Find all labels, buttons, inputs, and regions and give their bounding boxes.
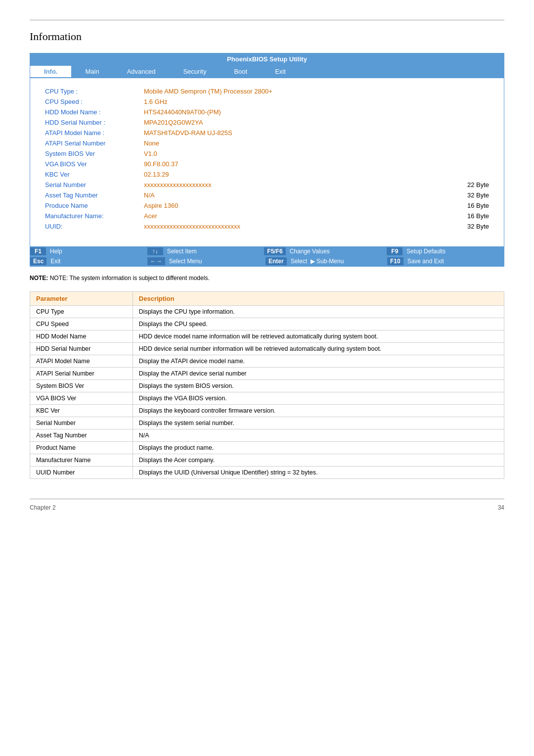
bios-info-row: Produce NameAspire 136016 Byte xyxy=(42,200,492,211)
bios-info-label: Asset Tag Number xyxy=(42,190,141,200)
bios-info-label: System BIOS Ver xyxy=(42,148,141,159)
param-table: Parameter Description CPU TypeDisplays t… xyxy=(30,291,504,479)
bios-nav-main[interactable]: Main xyxy=(71,66,113,77)
bios-info-row: HDD Serial Number :MPA201Q2G0W2YA xyxy=(42,117,492,128)
param-desc: Displays the Acer company. xyxy=(133,454,504,467)
bios-info-label: Manufacturer Name: xyxy=(42,211,141,221)
bios-info-value: None xyxy=(141,138,434,148)
param-name: HDD Model Name xyxy=(30,331,133,343)
select-submenu-desc: Select ▶ Sub-Menu xyxy=(289,257,387,265)
param-table-row: KBC VerDisplays the keyboard controller … xyxy=(30,405,504,417)
param-table-row: ATAPI Serial NumberDisplay the ATAPI dev… xyxy=(30,368,504,380)
param-desc: Displays the keyboard controller firmwar… xyxy=(133,405,504,417)
exit-desc: Exit xyxy=(48,257,147,265)
bios-info-row: System BIOS VerV1.0 xyxy=(42,148,492,159)
bios-info-size xyxy=(434,159,492,169)
bios-info-label: VGA BIOS Ver xyxy=(42,159,141,169)
bios-info-label: KBC Ver xyxy=(42,169,141,180)
param-desc: Displays the VGA BIOS version. xyxy=(133,392,504,405)
help-desc: Help xyxy=(48,247,147,255)
bios-info-value: xxxxxxxxxxxxxxxxxxxxxxxxxxxxxx xyxy=(141,221,434,232)
bios-info-value: MATSHITADVD-RAM UJ-825S xyxy=(141,128,434,138)
bios-info-label: Produce Name xyxy=(42,200,141,211)
page-title: Information xyxy=(30,30,504,43)
param-name: UUID Number xyxy=(30,467,133,479)
param-table-header-desc: Description xyxy=(133,292,504,306)
bios-info-label: ATAPI Model Name : xyxy=(42,128,141,138)
bios-info-row: ATAPI Serial NumberNone xyxy=(42,138,492,148)
bios-info-size: 16 Byte xyxy=(434,211,492,221)
bios-info-value: 02.13.29 xyxy=(141,169,434,180)
param-table-header-param: Parameter xyxy=(30,292,133,306)
bios-info-label: ATAPI Serial Number xyxy=(42,138,141,148)
bios-info-size xyxy=(434,128,492,138)
bios-info-size xyxy=(434,169,492,180)
bios-info-size xyxy=(434,148,492,159)
bios-nav-advanced[interactable]: Advanced xyxy=(113,66,170,77)
key-f5f6: F5/F6 xyxy=(264,247,285,255)
bios-info-value: Mobile AMD Sempron (TM) Processor 2800+ xyxy=(141,86,434,96)
page-number: 34 xyxy=(498,504,504,511)
bios-info-row: Serial Numberxxxxxxxxxxxxxxxxxxxxx22 Byt… xyxy=(42,180,492,190)
status-line-1: F1 Help ↑↓ Select Item F5/F6 Change Valu… xyxy=(30,246,504,256)
key-enter: Enter xyxy=(266,257,287,265)
param-table-row: Manufacturer NameDisplays the Acer compa… xyxy=(30,454,504,467)
bios-info-label: HDD Serial Number : xyxy=(42,117,141,128)
change-values-desc: Change Values xyxy=(288,247,387,255)
bios-status-bar: F1 Help ↑↓ Select Item F5/F6 Change Valu… xyxy=(30,246,504,266)
bios-nav-exit[interactable]: Exit xyxy=(261,66,300,77)
param-desc: Displays the system BIOS version. xyxy=(133,380,504,392)
bios-info-value: N/A xyxy=(141,190,434,200)
status-line-2: Esc Exit ←→ Select Menu Enter Select ▶ S… xyxy=(30,256,504,266)
param-table-row: HDD Serial NumberHDD device serial numbe… xyxy=(30,343,504,355)
param-name: ATAPI Serial Number xyxy=(30,368,133,380)
bios-nav-boot[interactable]: Boot xyxy=(220,66,261,77)
bios-nav-info[interactable]: Info. xyxy=(30,66,71,77)
param-desc: Display the ATAPI device model name. xyxy=(133,355,504,368)
bios-info-size xyxy=(434,138,492,148)
bios-info-size xyxy=(434,117,492,128)
bios-info-value: MPA201Q2G0W2YA xyxy=(141,117,434,128)
key-updown: ↑↓ xyxy=(147,247,163,255)
bios-info-value: Aspire 1360 xyxy=(141,200,434,211)
footer: Chapter 2 34 xyxy=(30,499,504,511)
bios-info-size: 32 Byte xyxy=(434,190,492,200)
bios-info-row: CPU Type :Mobile AMD Sempron (TM) Proces… xyxy=(42,86,492,96)
bios-info-row: VGA BIOS Ver90.F8.00.37 xyxy=(42,159,492,169)
key-f9: F9 xyxy=(387,247,402,255)
param-table-row: HDD Model NameHDD device model name info… xyxy=(30,331,504,343)
param-table-row: Asset Tag NumberN/A xyxy=(30,429,504,442)
param-desc: Display the ATAPI device serial number xyxy=(133,368,504,380)
bios-nav: Info. Main Advanced Security Boot Exit xyxy=(30,65,504,78)
select-menu-desc: Select Menu xyxy=(167,257,266,265)
bios-info-value: V1.0 xyxy=(141,148,434,159)
bios-info-label: Serial Number xyxy=(42,180,141,190)
param-table-row: System BIOS VerDisplays the system BIOS … xyxy=(30,380,504,392)
bios-info-value: HTS4244040N9AT00-(PM) xyxy=(141,107,434,117)
param-table-row: VGA BIOS VerDisplays the VGA BIOS versio… xyxy=(30,392,504,405)
save-exit-desc: Save and Exit xyxy=(405,257,504,265)
param-desc: HDD device model name information will b… xyxy=(133,331,504,343)
bios-info-row: UUID:xxxxxxxxxxxxxxxxxxxxxxxxxxxxxx32 By… xyxy=(42,221,492,232)
param-name: System BIOS Ver xyxy=(30,380,133,392)
bios-info-size: 22 Byte xyxy=(434,180,492,190)
bios-info-row: ATAPI Model Name :MATSHITADVD-RAM UJ-825… xyxy=(42,128,492,138)
param-table-row: CPU SpeedDisplays the CPU speed. xyxy=(30,318,504,331)
top-divider xyxy=(30,20,504,20)
param-name: VGA BIOS Ver xyxy=(30,392,133,405)
key-esc: Esc xyxy=(30,257,46,265)
bios-info-size xyxy=(434,107,492,117)
param-name: CPU Type xyxy=(30,306,133,318)
param-desc: Displays the UUID (Universal Unique IDen… xyxy=(133,467,504,479)
param-table-row: ATAPI Model NameDisplay the ATAPI device… xyxy=(30,355,504,368)
bios-nav-security[interactable]: Security xyxy=(169,66,220,77)
bios-info-table: CPU Type :Mobile AMD Sempron (TM) Proces… xyxy=(42,86,492,232)
bios-content: CPU Type :Mobile AMD Sempron (TM) Proces… xyxy=(30,78,504,246)
bios-info-row: HDD Model Name :HTS4244040N9AT00-(PM) xyxy=(42,107,492,117)
bios-info-value: 90.F8.00.37 xyxy=(141,159,434,169)
bios-info-label: CPU Speed : xyxy=(42,96,141,107)
bios-info-label: HDD Model Name : xyxy=(42,107,141,117)
param-desc: Displays the CPU type information. xyxy=(133,306,504,318)
param-name: Manufacturer Name xyxy=(30,454,133,467)
param-desc: Displays the product name. xyxy=(133,442,504,454)
